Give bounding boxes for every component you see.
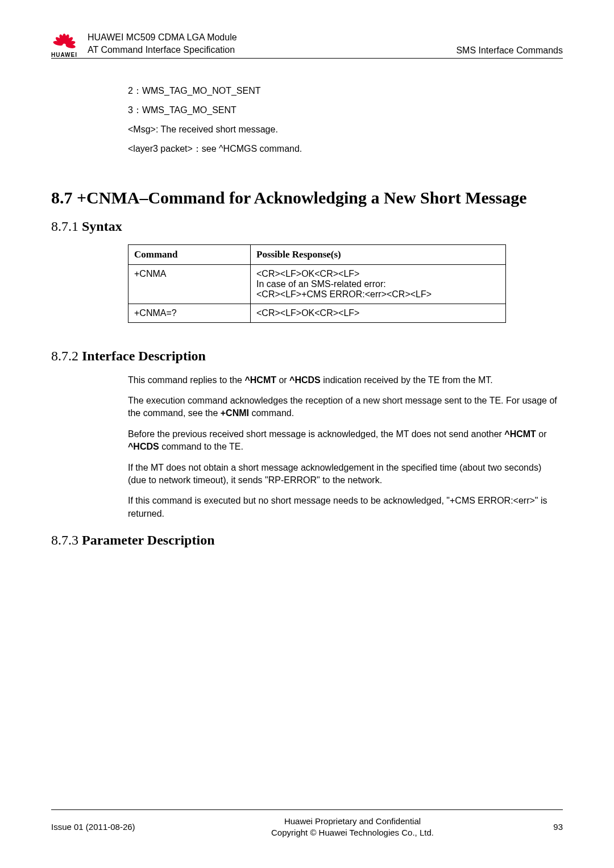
pre-line-4: <layer3 packet>：see ^HCMGS command.	[128, 142, 563, 156]
subsection-8-7-2: 8.7.2 Interface Description	[51, 348, 563, 364]
page-footer: Issue 01 (2011-08-26) Huawei Proprietary…	[51, 809, 563, 839]
interface-p3: Before the previous received short messa…	[128, 428, 557, 454]
header-chapter: SMS Interface Commands	[456, 45, 563, 57]
subsection-8-7-1: 8.7.1 Syntax	[51, 219, 563, 234]
header-title-line1: HUAWEI MC509 CDMA LGA Module	[88, 31, 456, 44]
col-header-response: Possible Response(s)	[251, 244, 506, 264]
subsection-title: Parameter Description	[82, 533, 214, 547]
table-row: +CNMA <CR><LF>OK<CR><LF> In case of an S…	[128, 264, 506, 304]
footer-issue: Issue 01 (2011-08-26)	[51, 822, 176, 832]
table-header-row: Command Possible Response(s)	[128, 244, 506, 264]
subsection-title: Syntax	[82, 219, 122, 234]
pre-line-2: 3：WMS_TAG_MO_SENT	[128, 103, 563, 117]
col-header-command: Command	[128, 244, 251, 264]
page-header: HUAWEI HUAWEI MC509 CDMA LGA Module AT C…	[51, 31, 563, 59]
cell-response: <CR><LF>OK<CR><LF> In case of an SMS-rel…	[251, 264, 506, 304]
table-row: +CNMA=? <CR><LF>OK<CR><LF>	[128, 304, 506, 322]
interface-description: This command replies to the ^HCMT or ^HC…	[51, 374, 563, 521]
footer-page-number: 93	[529, 822, 563, 832]
subsection-8-7-3: 8.7.3 Parameter Description	[51, 533, 563, 548]
resp-line: <CR><LF>OK<CR><LF>	[256, 269, 500, 279]
cell-response: <CR><LF>OK<CR><LF>	[251, 304, 506, 322]
interface-p4: If the MT does not obtain a short messag…	[128, 462, 557, 487]
section-heading-8-7: 8.7 +CNMA–Command for Acknowledging a Ne…	[51, 187, 563, 209]
syntax-table: Command Possible Response(s) +CNMA <CR><…	[128, 244, 506, 323]
header-titles: HUAWEI MC509 CDMA LGA Module AT Command …	[88, 31, 456, 57]
interface-p2: The execution command acknowledges the r…	[128, 394, 557, 420]
huawei-petal-icon	[52, 32, 76, 51]
resp-line: In case of an SMS-related error:	[256, 279, 500, 289]
subsection-num: 8.7.3	[51, 533, 82, 547]
pre-line-3: <Msg>: The received short message.	[128, 123, 563, 136]
subsection-num: 8.7.2	[51, 348, 82, 363]
footer-copyright: Huawei Proprietary and Confidential Copy…	[176, 816, 529, 839]
subsection-title: Interface Description	[82, 348, 206, 363]
interface-p5: If this command is executed but no short…	[128, 495, 557, 520]
subsection-num: 8.7.1	[51, 219, 82, 234]
header-title-line2: AT Command Interface Specification	[88, 44, 456, 56]
pre-line-1: 2：WMS_TAG_MO_NOT_SENT	[128, 84, 563, 98]
pre-section-content: 2：WMS_TAG_MO_NOT_SENT 3：WMS_TAG_MO_SENT …	[51, 59, 563, 156]
resp-line: <CR><LF>+CMS ERROR:<err><CR><LF>	[256, 289, 500, 300]
huawei-logo: HUAWEI	[51, 32, 77, 58]
interface-p1: This command replies to the ^HCMT or ^HC…	[128, 374, 557, 387]
cell-command: +CNMA=?	[128, 304, 251, 322]
cell-command: +CNMA	[128, 264, 251, 304]
logo-text: HUAWEI	[51, 52, 77, 58]
